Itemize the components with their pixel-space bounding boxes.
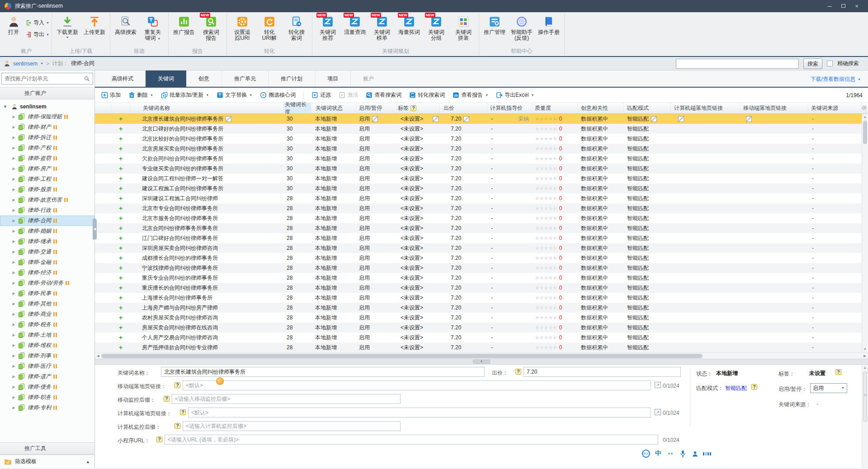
header-keyword-name[interactable]: 关键词名称 [130, 103, 284, 113]
add-keyword-icon[interactable]: + [111, 203, 130, 213]
keyword-assemble-button[interactable]: 关键词 拼装 [450, 14, 476, 41]
pc-landing-input[interactable] [188, 408, 651, 417]
add-keyword-icon[interactable]: + [111, 273, 130, 283]
add-keyword-icon[interactable]: + [111, 342, 130, 352]
row-select-cell[interactable] [95, 283, 111, 293]
collapse-panel-button[interactable]: ▼ [473, 360, 490, 364]
expand-arrow-icon[interactable]: ▶ [12, 198, 19, 202]
expand-arrow-icon[interactable]: ▶ [12, 219, 19, 223]
add-keyword-icon[interactable]: + [111, 164, 130, 174]
add-keyword-icon[interactable]: + [111, 283, 130, 293]
table-row[interactable]: + 重庆擅长的合同纠纷律师事务所 28 本地新增 启用 <未设置> 7.20 -… [95, 283, 868, 293]
table-row[interactable]: + 北京比较好的合同纠纷律师事务所 30 本地新增 启用 <未设置> 7.20 … [95, 134, 868, 144]
expand-arrow-icon[interactable]: ▶ [12, 229, 19, 233]
row-select-cell[interactable] [95, 323, 111, 333]
add-keyword-icon[interactable]: + [111, 303, 130, 313]
header-mobile-landing-link[interactable]: 移动端落地页链接 [741, 103, 808, 113]
expand-arrow-icon[interactable]: ▶ [12, 156, 19, 160]
header-onoff[interactable]: 启用/暂停 [356, 103, 397, 113]
export-button[interactable]: 导出▼ [26, 31, 49, 38]
scrollbar-thumb[interactable]: ≡ [863, 372, 867, 422]
download-view-data-link[interactable]: 下载/查看数据信息▼ [811, 75, 861, 83]
table-row[interactable]: + 农村房屋买卖合同纠纷律师咨询 28 本地新增 启用 <未设置> 7.20 -… [95, 313, 868, 323]
row-select-cell[interactable] [95, 154, 111, 164]
scroll-down-icon[interactable]: ▼ [862, 346, 868, 352]
add-keyword-icon[interactable]: + [111, 124, 130, 134]
restore-button[interactable] [836, 1, 850, 11]
sidebar-plan-item[interactable]: ▶ 律师-债务 [0, 382, 94, 392]
miniapp-url-input[interactable] [165, 435, 658, 445]
table-row[interactable]: + 北京合同纠纷律师事务所事务所 28 本地新增 启用 <未设置> 7.20 -… [95, 223, 868, 233]
add-keyword-icon[interactable]: + [111, 313, 130, 323]
header-keyword-length[interactable]: 关键词长度 [284, 103, 311, 113]
expand-arrow-icon[interactable]: ▶ [12, 291, 19, 295]
expand-arrow-icon[interactable]: ▶ [12, 146, 19, 150]
add-keyword-icon[interactable]: + [111, 193, 130, 203]
row-select-cell[interactable] [95, 333, 111, 342]
expand-arrow-icon[interactable]: ▶ [12, 260, 19, 264]
add-keyword-icon[interactable]: + [111, 323, 130, 333]
traffic-query-button[interactable]: NEW 流量查询 [342, 14, 368, 35]
row-select-cell[interactable] [95, 183, 111, 193]
view-report-button[interactable]: 查看报告▼ [453, 91, 488, 99]
table-row[interactable]: + 房屋买卖合同纠纷律师在线咨询 28 本地新增 启用 <未设置> 7.20 -… [95, 323, 868, 333]
activate-button[interactable]: 激活 [339, 91, 358, 99]
header-tag[interactable]: 标签? [397, 103, 440, 113]
sidebar-search-input[interactable] [5, 75, 82, 82]
edit-icon[interactable] [678, 116, 684, 122]
convert-uri-button[interactable]: 转化 URI解 [256, 14, 283, 41]
help-icon[interactable]: ? [156, 436, 162, 442]
global-search-input[interactable] [676, 59, 799, 69]
row-select-cell[interactable] [95, 263, 111, 273]
sidebar-plan-item[interactable]: ▶ 律师-刑事 [0, 351, 94, 361]
sidebar-plan-item[interactable]: ▶ 律师-商业 [0, 309, 94, 319]
onoff-select[interactable]: 启用▼ [810, 383, 847, 393]
search-query-report-button[interactable]: NEW 搜索词 报告 [198, 14, 224, 41]
row-select-cell[interactable] [95, 213, 111, 223]
sidebar-plan-item[interactable]: ▶ 律师-交通 [0, 247, 94, 257]
table-scrollbar[interactable]: ▲ ▼ [862, 114, 868, 352]
expand-arrow-icon[interactable]: ▶ [12, 385, 19, 389]
table-row[interactable]: + 宁波找律师合同纠纷律师事务所 28 本地新增 启用 <未设置> 7.20 -… [95, 263, 868, 273]
row-select-cell[interactable] [95, 164, 111, 174]
ai-assistant-button[interactable]: 智能助手 (反馈) [509, 14, 535, 41]
promotion-manage-button[interactable]: 推广管理 [481, 14, 508, 35]
advanced-search-button[interactable]: 高级搜索 [113, 14, 139, 35]
help-icon[interactable]: ? [180, 409, 186, 415]
sidebar-plan-item[interactable]: ▶ 律师-医疗 [0, 361, 94, 371]
table-row[interactable]: + 深圳房屋买卖合同纠纷律师咨询 28 本地新增 启用 <未设置> 7.20 -… [95, 243, 868, 253]
close-button[interactable]: × [850, 1, 863, 11]
expand-arrow-icon[interactable]: ▶ [12, 125, 19, 129]
header-creative-relevance[interactable]: 创意相关性 [578, 103, 624, 113]
sidebar-plan-item[interactable]: ▶ 律师-工程 [0, 174, 94, 184]
expand-arrow-icon[interactable]: ▶ [12, 312, 19, 316]
row-select-cell[interactable] [95, 253, 111, 263]
promotion-report-button[interactable]: 推广报告 [171, 14, 197, 35]
expand-arrow-icon[interactable]: ▶ [12, 115, 19, 119]
add-keyword-icon[interactable]: + [111, 223, 130, 233]
table-row[interactable]: + 建设工程施工合同纠纷律师事务所 30 本地新增 启用 <未设置> 7.20 … [95, 183, 868, 193]
help-icon[interactable]: ? [175, 382, 180, 388]
header-keyword-status[interactable]: 关键词状态 [311, 103, 356, 113]
expand-arrow-icon[interactable]: ▶ [12, 302, 19, 306]
sidebar-plan-item[interactable]: ▶ 律师-股票 [0, 184, 94, 195]
edit-icon[interactable] [433, 116, 439, 122]
expand-arrow-icon[interactable]: ▶ [12, 136, 19, 140]
edit-icon[interactable] [463, 116, 469, 122]
bid-input[interactable] [524, 367, 681, 377]
chevron-down-icon[interactable]: ▼ [40, 62, 43, 66]
edit-icon[interactable] [746, 116, 752, 122]
sidebar-plan-item[interactable]: ▶ 律师-金融 [0, 257, 94, 267]
external-link-icon[interactable]: ↗ [655, 382, 661, 388]
duplicate-keyword-button[interactable]: 重复关 键词 ▼ [140, 14, 166, 41]
add-keyword-icon[interactable]: + [111, 154, 130, 164]
set-tracking-uri-button[interactable]: 设置追 踪URI [229, 14, 255, 41]
upload-update-button[interactable]: 上传更新 [81, 14, 108, 35]
table-row[interactable]: + 深圳建设工程施工合同纠纷律师 28 本地新增 启用 <未设置> 7.20 -… [95, 193, 868, 203]
convert-search-query-button[interactable]: 转化搜索词 [409, 91, 445, 99]
sidebar-plan-item[interactable]: ▶ 律师-故意伤害 [0, 195, 94, 205]
add-keyword-icon[interactable]: + [111, 144, 130, 154]
expand-arrow-icon[interactable]: ▶ [12, 271, 19, 275]
expand-arrow-icon[interactable]: ▶ [12, 323, 19, 327]
table-row[interactable]: + 北京口碑好的合同纠纷律师事务所 30 本地新增 启用 <未设置> 7.20 … [95, 124, 868, 134]
